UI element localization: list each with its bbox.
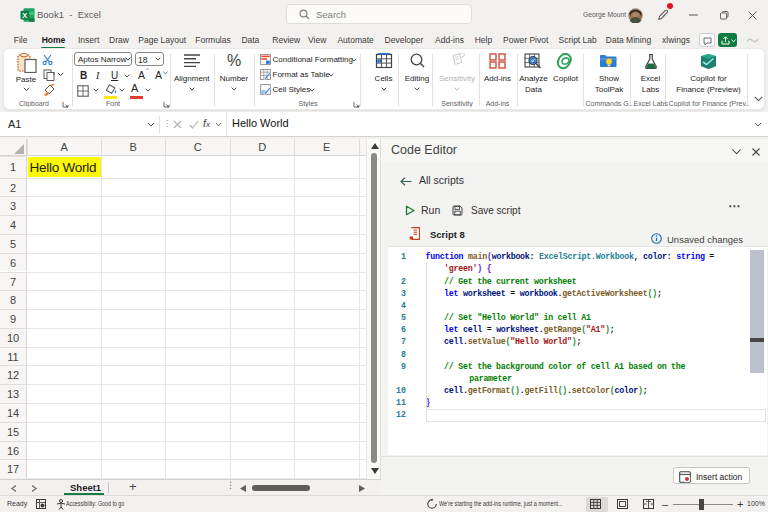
svg-text:%: %	[227, 53, 241, 69]
svg-text:X: X	[22, 11, 27, 20]
